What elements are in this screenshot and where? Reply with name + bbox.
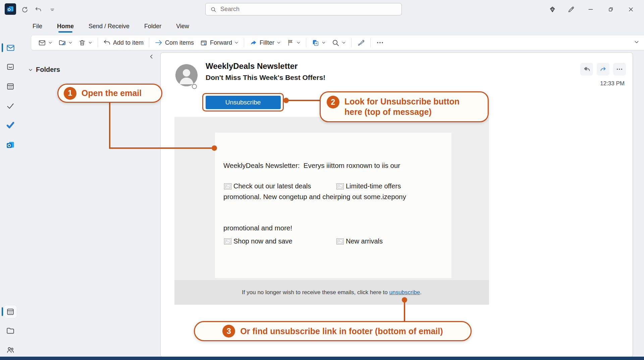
more-actions-button[interactable] [613,63,626,76]
reply-all-icon [583,65,590,73]
message-time: 12:33 PM [600,80,625,87]
more-commands-button[interactable] [373,37,387,48]
body-line: WeeklyDeals Newsletter: Everys iiittom r… [223,160,406,171]
flag-icon [287,39,294,46]
search-tools-button[interactable] [329,37,349,48]
email-subject: Don't Miss This Week's Best Offers! [206,74,325,82]
chevron-down-icon [48,41,52,45]
titlebar [0,0,644,19]
reply-button[interactable] [580,63,593,76]
broken-image-icon [224,183,231,189]
annotation1-connector-vertical [109,102,110,148]
annotation3-connector-vertical [404,302,405,321]
close-button[interactable] [624,3,638,16]
forward-button[interactable]: Forward [197,37,241,48]
search-field[interactable] [220,5,397,13]
rail-folders-button[interactable] [4,324,17,337]
annotation1-connector-dot [212,145,217,151]
chevron-down-icon [342,41,346,45]
magnifier-icon [332,39,339,47]
ellipsis-icon [376,39,384,47]
outlook-logo-icon [5,3,16,15]
image-alt-text: New arrivals [346,237,383,245]
chevron-down-icon [88,41,92,45]
ribbon-tabs: File Home Send / Receive Folder View [32,19,190,34]
rail-outlook-button[interactable] [4,138,17,151]
rail-calendar2-button[interactable] [4,305,17,318]
rail-calendar-button[interactable] [4,80,17,93]
new-mail-button[interactable] [35,37,55,48]
annotation2-number: 2 [327,96,339,108]
premium-diamond-icon[interactable] [545,3,559,16]
bottom-window-edge [0,357,644,360]
annotation1-connector-horizontal [109,147,212,149]
rail-todo-button[interactable] [4,119,17,131]
email-footer: If you no longer wish to receive these e… [174,280,489,305]
collapse-pane-chevron[interactable] [149,54,154,59]
edit-pencil-icon[interactable] [564,3,578,16]
archive-icon [6,62,15,71]
filter-label: Fillter [260,39,274,46]
broken-image-icon [336,238,344,244]
tab-send-receive[interactable]: Send / Receive [88,21,130,31]
toolbar-divider [98,38,98,47]
toolbar-divider [244,38,244,47]
minimize-button[interactable] [584,3,598,16]
image-placeholder: Check out our latest deals [224,182,311,190]
search-input[interactable] [205,3,402,15]
tab-view[interactable]: View [175,21,190,31]
toolbar-divider [351,38,352,47]
rail-mail-button[interactable] [4,41,17,54]
annotation2-connector-horizontal [288,100,320,101]
add-to-item-button[interactable]: Add to item [100,37,147,48]
send-to-button[interactable] [309,37,329,48]
undo-icon[interactable] [33,4,44,15]
unsubscribe-link[interactable]: unsubscribe [389,289,420,296]
com-items-button[interactable]: Com items [152,37,197,48]
annotation1-text: Open the email [82,88,142,98]
trash-icon [78,39,86,46]
avatar[interactable] [175,64,198,86]
rail-people-button[interactable] [4,344,17,356]
annotation2-line1: Look for Unsubscribe button [344,96,460,107]
tab-folder[interactable]: Folder [144,21,162,31]
rail-archive-button[interactable] [4,60,17,73]
ribbon-collapse-chevron[interactable] [634,39,639,45]
move-folder-button[interactable] [55,37,75,48]
sync-icon[interactable] [19,4,30,15]
folder-edit-icon [58,39,66,47]
body-line: promotional and more! [223,223,406,233]
envelope-icon [38,39,46,47]
people-icon [6,346,15,354]
add-to-item-label: Add to item [113,39,144,46]
image-placeholder: Shop now and save [224,237,292,245]
forward-button-msg[interactable] [597,63,609,76]
annotation-1: 1 Open the email [57,84,162,103]
ellipsis-icon [616,65,623,73]
tab-home[interactable]: Home [56,21,74,31]
annotation2-connector-dot [283,98,289,103]
ribbon-toolbar: Add to item Com items Forward [31,35,644,50]
folder-icon [6,326,15,335]
email-body-canvas: WeeklyDeals Newsletter: Everys iiittom r… [174,117,489,305]
customize-toolbar-icon[interactable] [47,4,58,15]
rail-tasks-button[interactable] [4,99,17,112]
chevron-down-icon [277,41,281,45]
delete-button[interactable] [75,37,95,48]
message-actions [580,63,626,76]
flag-button[interactable] [284,37,304,48]
annotation3-connector-dot [402,297,407,303]
filter-button[interactable]: Fillter [247,37,284,48]
mail-selection-bar [2,43,3,52]
tab-file[interactable]: File [32,21,43,31]
email-body-text: WeeklyDeals Newsletter: Everys iiittom r… [223,139,406,254]
folders-header[interactable]: Folders [28,66,60,74]
presence-indicator [192,84,197,89]
unsubscribe-button[interactable]: Unsubscribe [206,96,281,109]
forward-label: Forward [210,39,232,46]
com-items-label: Com items [165,39,194,46]
calendar-selection-bar [2,307,3,316]
ink-pen-button[interactable] [354,37,368,48]
footer-text-suffix: . [420,289,422,296]
restore-button[interactable] [604,3,618,16]
